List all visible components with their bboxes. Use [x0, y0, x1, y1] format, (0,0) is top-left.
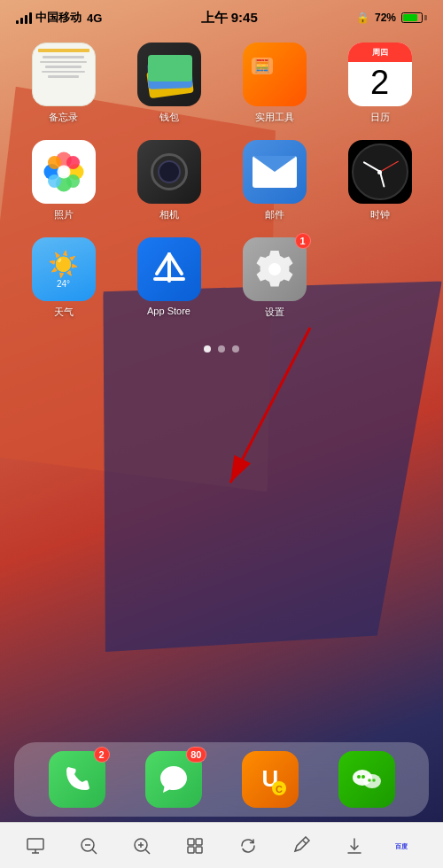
wallet-app-img: [137, 43, 201, 106]
appstore-app-img: [137, 237, 201, 301]
clock-label: 时钟: [370, 208, 390, 221]
battery-percent: 72%: [375, 12, 396, 24]
page-dot-1: [204, 345, 211, 353]
time-label: 上午 9:45: [201, 10, 258, 27]
camera-lens: [151, 153, 188, 190]
settings-gear-svg: [253, 247, 297, 291]
app-camera-icon[interactable]: 相机: [120, 140, 218, 221]
download-icon[interactable]: [342, 833, 367, 858]
dock-messages-bg: 80: [145, 751, 202, 808]
calendar-label: 日历: [370, 111, 390, 124]
clock-face: [352, 143, 408, 200]
svg-point-8: [57, 166, 70, 179]
app-weather-icon[interactable]: ☀️ 24° 天气: [14, 237, 113, 319]
tools-label: 实用工具: [255, 111, 294, 124]
app-tools-icon[interactable]: 🧮 实用工具: [225, 43, 323, 124]
svg-text:C: C: [276, 784, 283, 794]
bottom-toolbar: 百度: [0, 822, 443, 868]
svg-point-23: [372, 779, 376, 782]
signal-icon: [16, 12, 32, 24]
svg-line-33: [145, 849, 150, 854]
camera-inner: [158, 160, 181, 183]
carrier-label: 中国移动: [35, 10, 82, 26]
svg-text:百度: 百度: [395, 841, 408, 849]
pencil-icon[interactable]: [289, 833, 314, 858]
svg-rect-24: [27, 839, 43, 849]
zoom-in-icon[interactable]: [129, 833, 154, 858]
weather-temp: 24°: [57, 279, 70, 289]
monitor-icon[interactable]: [23, 833, 48, 858]
svg-point-20: [357, 775, 361, 779]
refresh-icon[interactable]: [236, 833, 260, 858]
messages-badge: 80: [186, 747, 206, 763]
svg-point-19: [363, 774, 381, 788]
phone-badge: 2: [94, 747, 110, 763]
uc-icon: U C: [251, 760, 290, 799]
clock-app-img: [348, 140, 412, 204]
app-wallet-icon[interactable]: 钱包: [120, 43, 218, 124]
svg-rect-35: [196, 839, 202, 845]
page-dot-2: [218, 345, 225, 353]
grid-icon[interactable]: [183, 833, 207, 858]
page-dot-3: [232, 345, 239, 353]
svg-point-21: [361, 775, 365, 779]
svg-line-12: [169, 254, 182, 274]
phone-icon: [61, 763, 93, 795]
photos-flower-svg: [40, 148, 88, 196]
status-left: 中国移动 4G: [16, 10, 102, 26]
svg-line-38: [303, 841, 307, 844]
app-photos-icon[interactable]: 照片: [14, 140, 113, 221]
camera-label: 相机: [159, 208, 179, 221]
battery-icon: [401, 12, 427, 23]
dock-phone[interactable]: 2: [49, 751, 105, 808]
app-clock-icon[interactable]: 时钟: [330, 140, 429, 221]
app-appstore-icon[interactable]: App Store: [120, 237, 218, 319]
dock-uc-bg: U C: [242, 751, 299, 808]
dock-wechat-bg: [338, 751, 395, 808]
dock-wechat[interactable]: [338, 751, 395, 808]
zoom-out-icon[interactable]: [76, 833, 101, 858]
calendar-app-img: 周四 2: [348, 43, 412, 106]
status-right: 🔒 72%: [356, 12, 427, 24]
dock-phone-bg: 2: [49, 751, 105, 808]
svg-rect-36: [188, 847, 194, 853]
baidu-icon[interactable]: 百度: [395, 833, 420, 858]
clock-second-hand: [379, 161, 398, 173]
notes-app-img: [32, 43, 96, 106]
tools-app-img: 🧮: [243, 43, 307, 106]
calendar-day: 周四: [348, 43, 412, 62]
mail-label: 邮件: [265, 208, 284, 221]
calendar-date: 2: [348, 64, 412, 99]
weather-app-img: ☀️ 24°: [32, 237, 96, 301]
settings-app-img: 1: [243, 237, 307, 301]
app-mail-icon[interactable]: 邮件: [225, 140, 323, 221]
app-settings-icon[interactable]: 1 设置: [225, 237, 323, 319]
dock-uc[interactable]: U C: [242, 751, 299, 808]
dock-messages[interactable]: 80: [145, 751, 202, 808]
appstore-svg: [149, 249, 190, 290]
mail-app-img: [243, 140, 307, 204]
dock: 2 80 U C: [14, 742, 429, 817]
clock-center-dot: [377, 170, 382, 174]
wallet-label: 钱包: [159, 111, 179, 124]
lock-icon: 🔒: [356, 12, 369, 24]
app-notes-icon[interactable]: 备忘录: [14, 43, 113, 124]
photos-app-img: [32, 140, 96, 204]
svg-point-22: [368, 779, 371, 782]
app-calendar-icon[interactable]: 周四 2 日历: [330, 43, 429, 124]
network-label: 4G: [87, 12, 102, 25]
weather-label: 天气: [54, 306, 74, 319]
appstore-label: App Store: [147, 306, 190, 316]
camera-app-img: [137, 140, 201, 204]
svg-rect-34: [188, 839, 194, 845]
app-grid: 备忘录 钱包 🧮 实用工具 周四 2: [0, 34, 443, 328]
status-bar: 中国移动 4G 上午 9:45 🔒 72%: [0, 0, 443, 34]
messages-icon: [157, 763, 190, 796]
photos-label: 照片: [54, 208, 74, 221]
svg-rect-37: [196, 847, 202, 853]
svg-line-11: [157, 254, 169, 274]
phone-frame: 中国移动 4G 上午 9:45 🔒 72%: [0, 0, 443, 868]
weather-sun-icon: ☀️: [48, 250, 79, 279]
page-dots: [0, 345, 443, 353]
notes-label: 备忘录: [49, 111, 78, 124]
